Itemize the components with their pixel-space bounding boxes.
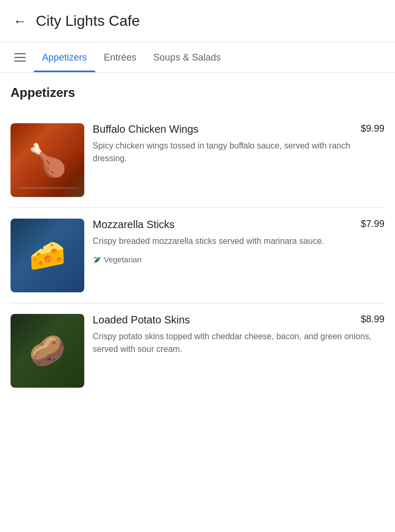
- vegetarian-label: Vegetarian: [104, 255, 142, 264]
- item-name-loaded-potato-skins: Loaded Potato Skins: [93, 314, 357, 326]
- item-name-buffalo-chicken-wings: Buffalo Chicken Wings: [93, 123, 357, 135]
- page-title: City Lights Cafe: [36, 13, 140, 29]
- item-header-mozzarella-sticks: Mozzarella Sticks $7.99: [93, 219, 384, 231]
- menu-item-buffalo-chicken-wings[interactable]: Buffalo Chicken Wings $9.99 Spicy chicke…: [11, 113, 384, 208]
- item-description-buffalo-chicken-wings: Spicy chicken wings tossed in tangy buff…: [93, 140, 384, 165]
- leaf-icon: [93, 255, 101, 264]
- tab-entrees-label: Entrées: [104, 52, 136, 63]
- item-details-buffalo-chicken-wings: Buffalo Chicken Wings $9.99 Spicy chicke…: [93, 123, 384, 169]
- item-header-buffalo-chicken-wings: Buffalo Chicken Wings $9.99: [93, 123, 384, 135]
- item-description-loaded-potato-skins: Crispy potato skins topped with cheddar …: [93, 330, 384, 356]
- back-button[interactable]: ←: [8, 9, 32, 33]
- item-image-buffalo-chicken-wings: [11, 123, 84, 197]
- item-price-loaded-potato-skins: $8.99: [361, 314, 384, 325]
- item-price-mozzarella-sticks: $7.99: [361, 219, 384, 230]
- tab-entrees[interactable]: Entrées: [95, 43, 145, 72]
- content-area: Appetizers Buffalo Chicken Wings $9.99 S…: [0, 73, 395, 409]
- tab-soups-salads-label: Soups & Salads: [153, 52, 221, 63]
- menu-item-loaded-potato-skins[interactable]: Loaded Potato Skins $8.99 Crispy potato …: [11, 303, 384, 398]
- tab-soups-salads[interactable]: Soups & Salads: [145, 43, 229, 72]
- menu-item-mozzarella-sticks[interactable]: Mozzarella Sticks $7.99 Crispy breaded m…: [11, 208, 384, 303]
- item-price-buffalo-chicken-wings: $9.99: [361, 123, 384, 134]
- vegetarian-badge: Vegetarian: [93, 255, 142, 264]
- item-details-mozzarella-sticks: Mozzarella Sticks $7.99 Crispy breaded m…: [93, 219, 384, 266]
- section-title: Appetizers: [11, 85, 384, 100]
- item-image-mozzarella-sticks: [11, 219, 84, 292]
- tab-bar: Appetizers Entrées Soups & Salads: [0, 43, 395, 73]
- item-details-loaded-potato-skins: Loaded Potato Skins $8.99 Crispy potato …: [93, 314, 384, 360]
- item-name-mozzarella-sticks: Mozzarella Sticks: [93, 219, 357, 231]
- item-image-loaded-potato-skins: [11, 314, 84, 388]
- hamburger-icon: [14, 53, 26, 62]
- tab-appetizers[interactable]: Appetizers: [34, 43, 95, 72]
- back-arrow-icon: ←: [13, 14, 27, 28]
- header: ← City Lights Cafe: [0, 0, 395, 43]
- item-header-loaded-potato-skins: Loaded Potato Skins $8.99: [93, 314, 384, 326]
- item-description-mozzarella-sticks: Crispy breaded mozzarella sticks served …: [93, 235, 384, 248]
- menu-icon-button[interactable]: [8, 43, 32, 72]
- tab-appetizers-label: Appetizers: [42, 52, 87, 63]
